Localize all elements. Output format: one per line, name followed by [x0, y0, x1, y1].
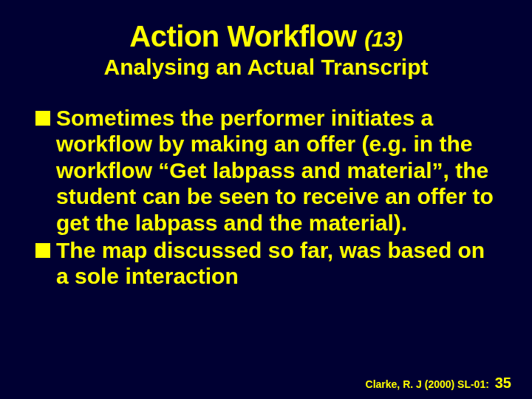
- bullet-text: The map discussed so far, was based on a…: [56, 237, 494, 290]
- bullet-text: Sometimes the performer initiates a work…: [56, 105, 494, 236]
- slide-footer: Clarke, R. J (2000) SL-01: 35: [366, 375, 511, 392]
- bullet-list: Sometimes the performer initiates a work…: [31, 105, 501, 290]
- footer-citation: Clarke, R. J (2000) SL-01:: [366, 378, 489, 390]
- slide-title: Action Workflow (13): [31, 21, 501, 52]
- square-bullet-icon: [35, 243, 50, 258]
- slide: Action Workflow (13) Analysing an Actual…: [0, 0, 532, 399]
- list-item: The map discussed so far, was based on a…: [35, 237, 494, 290]
- title-number: (13): [364, 27, 402, 51]
- square-bullet-icon: [35, 111, 50, 126]
- slide-subtitle: Analysing an Actual Transcript: [31, 55, 501, 80]
- list-item: Sometimes the performer initiates a work…: [35, 105, 494, 236]
- page-number: 35: [495, 375, 511, 391]
- title-main: Action Workflow: [129, 20, 356, 52]
